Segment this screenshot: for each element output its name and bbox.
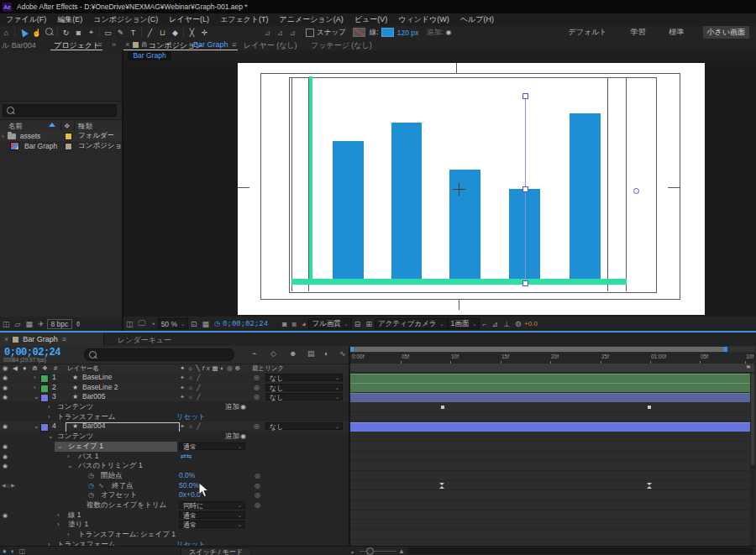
- type-tool-icon[interactable]: T: [127, 29, 139, 37]
- shape-name[interactable]: シェイプ 1: [68, 442, 103, 452]
- track-row[interactable]: [350, 392, 750, 402]
- work-area-bar[interactable]: ⚑: [350, 364, 754, 373]
- always-preview-icon[interactable]: ◫: [126, 320, 134, 328]
- path-handle-middle[interactable]: [522, 186, 528, 192]
- workspace-standard[interactable]: 標準: [669, 27, 685, 38]
- stroke-width-value[interactable]: 120 px: [397, 29, 419, 37]
- menu-edit[interactable]: 編集(E): [57, 14, 82, 25]
- track-row[interactable]: [350, 510, 750, 521]
- blend-mode-dropdown[interactable]: 通常⌄: [179, 521, 245, 528]
- track-row[interactable]: [350, 383, 750, 393]
- expander-icon[interactable]: ›: [48, 402, 50, 412]
- zoom-dropdown[interactable]: 50 %⌄: [158, 318, 188, 329]
- lock-icon[interactable]: ⋒: [141, 40, 148, 49]
- pen-tool-icon[interactable]: ✎: [114, 29, 127, 37]
- property-row[interactable]: ◷ オフセット 0x+0.0° ◎: [0, 490, 349, 500]
- property-group-row[interactable]: ◉ ⌄ パスのトリミング 1: [0, 461, 349, 471]
- property-name[interactable]: トランスフォーム: シェイプ 1: [78, 530, 176, 540]
- layer-duration-bar[interactable]: [350, 383, 750, 392]
- timeline-navigator-bar[interactable]: [350, 347, 754, 352]
- parent-dropdown[interactable]: なし⌄: [265, 384, 343, 391]
- layer-row[interactable]: ◉ › 1 ★ BaseLine ✦☼╱ ◎ なし⌄: [0, 373, 349, 383]
- shape-group-row[interactable]: ◉ ⌄ シェイプ 1 通常⌄: [0, 442, 349, 452]
- track-row[interactable]: [350, 373, 750, 383]
- layer-name[interactable]: Bar005: [82, 392, 105, 402]
- property-group-row[interactable]: › トランスフォーム リセット: [0, 540, 349, 546]
- tab-label[interactable]: Bar Graph: [23, 335, 58, 343]
- layer-duration-bar[interactable]: [350, 374, 750, 383]
- comp-marker-bin-icon[interactable]: ⚑: [746, 364, 751, 371]
- selection-tool-icon[interactable]: [18, 28, 29, 38]
- tab-composition-name[interactable]: Bar Graph: [193, 40, 228, 49]
- hide-shy-icon[interactable]: ☻: [289, 349, 297, 358]
- composition-viewer[interactable]: [123, 61, 756, 317]
- item-name[interactable]: Bar Graph: [24, 142, 57, 150]
- pick-whip-icon[interactable]: ◎: [255, 490, 260, 500]
- exposure-value[interactable]: +0.0: [524, 320, 538, 327]
- track-row-keyframes[interactable]: [350, 481, 750, 491]
- shape-group-row[interactable]: ◉ › 線 1 通常⌄: [0, 510, 349, 521]
- track-row[interactable]: [350, 540, 750, 546]
- frame-blend-icon[interactable]: ▤: [307, 349, 315, 358]
- panel-menu-icon[interactable]: ≡: [232, 40, 236, 49]
- pick-whip-icon[interactable]: ◎: [254, 392, 260, 402]
- parent-dropdown[interactable]: なし⌄: [265, 374, 343, 381]
- expander-icon[interactable]: ⌄: [57, 442, 63, 452]
- expander-icon[interactable]: ›: [67, 452, 70, 462]
- expander-icon[interactable]: ›: [34, 373, 36, 383]
- property-row[interactable]: ◷ 開始点 0.0% ◎: [0, 471, 349, 481]
- pick-whip-icon[interactable]: ◎: [254, 421, 260, 432]
- track-row[interactable]: [350, 412, 750, 422]
- close-icon[interactable]: ×: [4, 335, 8, 343]
- property-group-row[interactable]: ◉ › パス 1 ⇄⇆: [0, 452, 349, 462]
- expander-icon[interactable]: ⌄: [34, 392, 39, 402]
- property-name[interactable]: パスのトリミング 1: [78, 461, 143, 471]
- graph-toggle-icon[interactable]: ∿: [98, 481, 104, 491]
- parent-link-column[interactable]: 親とリンク: [252, 364, 284, 373]
- track-row[interactable]: [350, 461, 750, 471]
- label-color[interactable]: [40, 385, 49, 393]
- track-row[interactable]: [350, 432, 750, 442]
- menu-composition[interactable]: コンポジション(C): [93, 14, 158, 25]
- chart-bar[interactable]: [333, 141, 364, 279]
- property-group-row[interactable]: › トランスフォーム リセット: [0, 412, 349, 422]
- add-link[interactable]: 追加: [225, 402, 239, 412]
- item-name[interactable]: assets: [20, 132, 41, 140]
- zoom-out-mountain-icon[interactable]: ▲: [350, 549, 354, 554]
- timeline-tab-bargraph[interactable]: × Bar Graph ≡: [0, 332, 104, 346]
- menu-effect[interactable]: エフェクト(T): [220, 14, 269, 25]
- navigator-start-cap[interactable]: [350, 347, 354, 352]
- scrollbar-thumb[interactable]: [751, 373, 754, 465]
- pick-whip-icon[interactable]: ◎: [255, 471, 260, 481]
- property-name[interactable]: パス 1: [78, 452, 99, 462]
- chart-x-axis-line[interactable]: [291, 279, 627, 285]
- new-folder-icon[interactable]: ▱: [15, 320, 21, 328]
- grid-icon[interactable]: ▦: [202, 320, 210, 328]
- keyframe-marker[interactable]: [648, 406, 651, 409]
- track-row[interactable]: [350, 402, 750, 412]
- blend-mode-dropdown[interactable]: 通常⌄: [179, 442, 245, 450]
- draft-3d-icon[interactable]: ◇: [270, 349, 276, 358]
- track-row[interactable]: [350, 530, 750, 540]
- reset-link[interactable]: リセット: [176, 540, 206, 546]
- timeline-search-input[interactable]: [84, 348, 234, 361]
- magnification-icon[interactable]: 🖵: [139, 319, 146, 328]
- motion-blur-toggle-icon[interactable]: ◐: [11, 547, 15, 555]
- pixel-aspect-icon[interactable]: ⌐: [482, 320, 486, 328]
- motion-blur-icon[interactable]: ◐: [324, 349, 328, 358]
- eye-icon[interactable]: ◉: [3, 392, 8, 402]
- pan-behind-tool-icon[interactable]: ⌖: [85, 28, 97, 37]
- menu-animation[interactable]: アニメーション(A): [280, 14, 344, 25]
- vertical-scrollbar[interactable]: [750, 373, 755, 546]
- shape-tool-icon[interactable]: ▭: [102, 29, 114, 37]
- layer-row[interactable]: ◉ ⌄ 3 ★ Bar005 ✦☼╱ ◎ なし⌄: [0, 392, 349, 402]
- timeline-button-icon[interactable]: ⊥: [503, 320, 510, 328]
- expander-icon[interactable]: ›: [67, 530, 70, 540]
- path-handle-bottom[interactable]: [522, 280, 528, 286]
- safe-margins-icon[interactable]: ⊡: [191, 320, 197, 328]
- pick-whip-icon[interactable]: ◎: [254, 383, 260, 393]
- hand-tool-icon[interactable]: ☝: [30, 29, 43, 37]
- menu-window[interactable]: ウィンドウ(W): [398, 14, 449, 25]
- property-value[interactable]: 0.0%: [179, 471, 195, 481]
- project-row-assets[interactable]: › assets フォルダー ♟: [0, 131, 122, 141]
